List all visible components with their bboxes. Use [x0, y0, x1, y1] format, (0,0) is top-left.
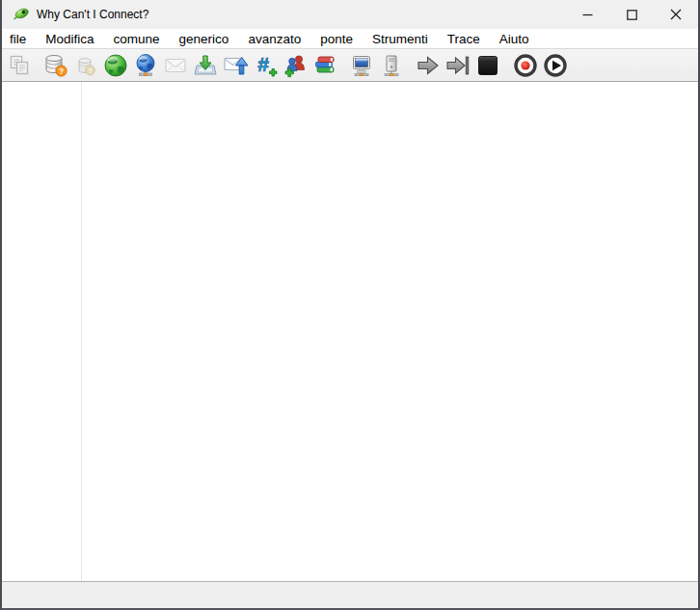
client-computer-button[interactable] — [347, 51, 376, 80]
mail-button[interactable] — [161, 51, 190, 80]
books-button[interactable] — [310, 51, 339, 80]
app-logo-icon — [13, 6, 30, 23]
database-question-small-icon: ? — [73, 53, 98, 78]
menu-item-strumenti[interactable]: Strumenti — [363, 29, 438, 48]
status-bar — [2, 581, 698, 608]
content-area — [2, 82, 698, 581]
main-pane[interactable] — [82, 82, 698, 581]
step-button[interactable] — [414, 51, 443, 80]
svg-text:?: ? — [88, 66, 93, 74]
users-add-icon — [283, 53, 308, 78]
books-icon — [312, 53, 337, 78]
tree-pane[interactable] — [2, 82, 81, 581]
close-button[interactable] — [654, 0, 698, 29]
users-add-button[interactable] — [281, 51, 310, 80]
menu-item-comune[interactable]: comune — [104, 29, 170, 48]
stop-button[interactable] — [473, 51, 502, 80]
server-computer-icon — [379, 53, 404, 78]
record-icon — [513, 53, 538, 78]
menu-item-ponte[interactable]: ponte — [310, 29, 363, 48]
minimize-icon — [582, 10, 593, 20]
irc-channel-add-button[interactable]: # — [251, 51, 280, 80]
stop-icon — [475, 53, 500, 78]
menu-item-aiuto[interactable]: Aiuto — [490, 29, 539, 48]
menu-item-modifica[interactable]: Modifica — [36, 29, 103, 48]
close-icon — [670, 9, 682, 20]
menu-bar: file Modifica comune generico avanzato p… — [2, 29, 698, 49]
record-button[interactable] — [511, 51, 540, 80]
play-button[interactable] — [541, 51, 570, 80]
green-globe-icon — [103, 53, 128, 78]
maximize-icon — [627, 10, 637, 20]
copy-button[interactable] — [5, 51, 34, 80]
maximize-button[interactable] — [609, 0, 654, 29]
blue-globe-network-icon — [133, 53, 158, 78]
database-test-small-button[interactable]: ? — [71, 51, 100, 80]
menu-item-trace[interactable]: Trace — [438, 29, 490, 48]
menu-item-generico[interactable]: generico — [170, 29, 239, 48]
send-button[interactable] — [221, 51, 250, 80]
green-globe-button[interactable] — [101, 51, 130, 80]
step-to-end-button[interactable] — [444, 51, 472, 80]
window-title: Why Can't I Connect? — [37, 8, 565, 21]
minimize-button[interactable] — [565, 0, 609, 29]
irc-channel-add-icon: # — [253, 53, 278, 78]
menu-item-file[interactable]: file — [2, 29, 36, 48]
network-globe-button[interactable] — [131, 51, 160, 80]
step-to-end-icon — [445, 53, 471, 78]
copy-icon — [7, 53, 32, 78]
receive-button[interactable] — [191, 51, 220, 80]
svg-text:?: ? — [59, 66, 64, 75]
envelope-icon — [163, 53, 188, 78]
toolbar: ? ? — [2, 49, 698, 82]
svg-text:#: # — [257, 53, 269, 75]
envelope-upload-icon — [223, 53, 248, 78]
menu-item-avanzato[interactable]: avanzato — [238, 29, 310, 48]
server-computer-button[interactable] — [377, 51, 406, 80]
database-question-icon: ? — [43, 53, 68, 78]
step-arrow-icon — [416, 53, 441, 78]
database-test-button[interactable]: ? — [41, 51, 70, 80]
play-icon — [543, 53, 568, 78]
app-window: Why Can't I Connect? file Modifica comun… — [0, 0, 700, 610]
inbox-download-icon — [193, 53, 218, 78]
title-bar: Why Can't I Connect? — [2, 0, 698, 29]
client-computer-icon — [349, 53, 374, 78]
